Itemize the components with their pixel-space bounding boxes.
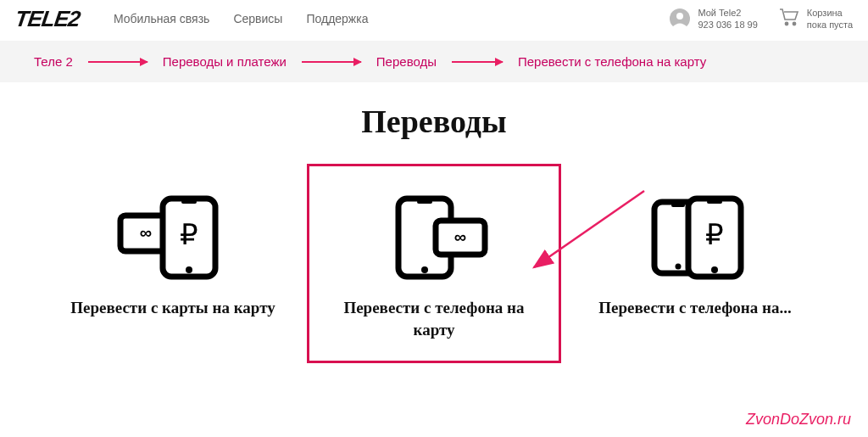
svg-text:₽: ₽: [705, 218, 724, 250]
arrow-icon: [88, 61, 147, 63]
logo[interactable]: TELE2: [14, 6, 81, 32]
account-text: Мой Tele2 923 036 18 99: [698, 7, 757, 31]
cart-text: Корзина пока пуста: [807, 7, 853, 31]
user-icon: [669, 8, 691, 30]
cart-icon: [778, 7, 800, 31]
card-phone-to-phone[interactable]: ₽ Перевести с телефона на...: [568, 164, 822, 363]
svg-point-12: [421, 266, 428, 273]
svg-point-3: [793, 22, 795, 25]
site-header: TELE2 Мобильная связь Сервисы Поддержка …: [0, 0, 868, 41]
cart-status: пока пуста: [807, 19, 853, 31]
page-title: Переводы: [0, 103, 868, 140]
main-nav: Мобильная связь Сервисы Поддержка: [114, 12, 369, 25]
phone-to-card-icon: ∞: [325, 182, 543, 292]
breadcrumb: Теле 2 Переводы и платежи Переводы Перев…: [0, 41, 868, 82]
card-to-card-icon: ∞ ₽: [64, 182, 282, 292]
nav-mobile[interactable]: Мобильная связь: [114, 12, 209, 25]
account-phone: 923 036 18 99: [698, 19, 757, 31]
nav-services[interactable]: Сервисы: [233, 12, 282, 25]
card-label: Перевести с телефона на карту: [325, 297, 543, 340]
svg-point-1: [676, 13, 683, 20]
card-label: Перевести с телефона на...: [586, 297, 804, 319]
svg-rect-19: [707, 200, 722, 204]
svg-text:∞: ∞: [140, 223, 152, 242]
main-content: Переводы ∞ ₽ Перевести с карты на карту: [0, 82, 868, 363]
phone-to-phone-icon: ₽: [586, 182, 804, 292]
svg-text:∞: ∞: [454, 227, 466, 246]
account-link[interactable]: Мой Tele2 923 036 18 99: [669, 7, 757, 31]
svg-point-20: [711, 266, 718, 273]
card-label: Перевести с карты на карту: [64, 297, 282, 319]
crumb-home[interactable]: Теле 2: [34, 54, 73, 69]
svg-text:₽: ₽: [180, 218, 198, 250]
crumb-phone-to-card[interactable]: Перевести с телефона на карту: [518, 54, 706, 69]
arrow-icon: [452, 61, 503, 63]
crumb-transfers-payments[interactable]: Переводы и платежи: [163, 54, 287, 69]
cart-label: Корзина: [807, 7, 853, 19]
watermark: ZvonDoZvon.ru: [746, 411, 851, 429]
svg-point-17: [676, 264, 682, 270]
crumb-transfers[interactable]: Переводы: [376, 54, 437, 69]
card-phone-to-card[interactable]: ∞ Перевести с телефона на карту: [307, 164, 561, 363]
arrow-icon: [302, 61, 361, 63]
svg-point-2: [785, 22, 787, 25]
card-card-to-card[interactable]: ∞ ₽ Перевести с карты на карту: [46, 164, 300, 363]
svg-point-8: [186, 266, 192, 273]
transfer-cards: ∞ ₽ Перевести с карты на карту ∞: [0, 164, 868, 363]
cart-link[interactable]: Корзина пока пуста: [778, 7, 853, 31]
svg-rect-7: [181, 200, 197, 204]
account-label: Мой Tele2: [698, 7, 757, 19]
nav-support[interactable]: Поддержка: [306, 12, 368, 25]
svg-rect-16: [671, 204, 685, 207]
svg-rect-11: [417, 200, 432, 204]
